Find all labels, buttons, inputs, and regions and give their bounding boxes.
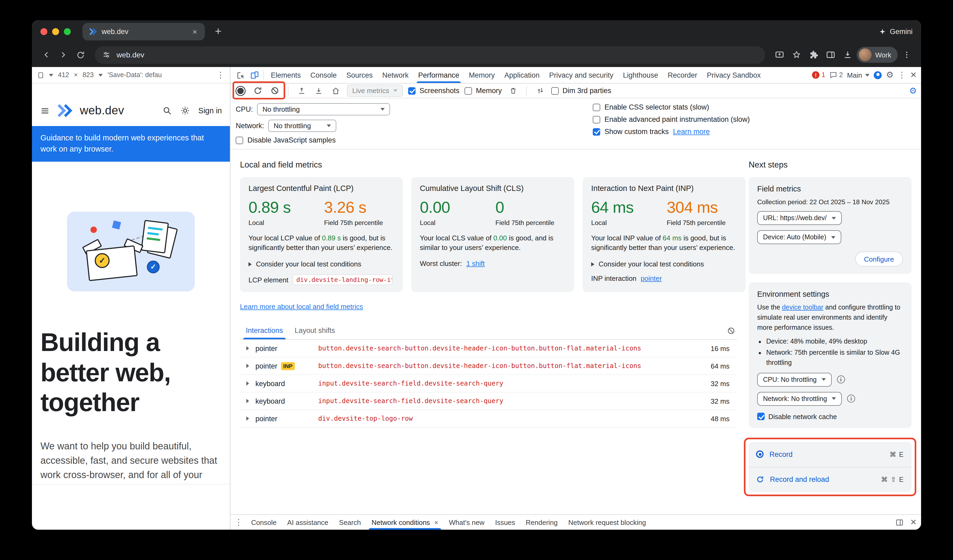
tab-console[interactable]: Console xyxy=(306,67,341,83)
tab-privacy-sandbox[interactable]: Privacy Sandbox xyxy=(702,67,766,83)
maximize-window-button[interactable] xyxy=(64,28,71,35)
record-button[interactable] xyxy=(235,85,246,96)
bookmark-star-icon[interactable] xyxy=(788,47,804,63)
devtools-settings-gear-icon[interactable]: ⚙ xyxy=(886,71,894,79)
extensions-icon[interactable] xyxy=(806,47,821,63)
screenshots-checkbox[interactable] xyxy=(408,87,416,94)
new-tab-button[interactable]: + xyxy=(211,25,225,38)
show-custom-tracks-option[interactable]: Show custom tracks Learn more xyxy=(593,128,916,136)
context-selector[interactable]: Main xyxy=(847,71,869,79)
network-throttling-select[interactable]: No throttling xyxy=(269,120,337,132)
close-devtools-icon[interactable]: ✕ xyxy=(910,70,917,80)
interaction-selector-link[interactable]: button.devsite-search-button.devsite-hea… xyxy=(318,362,641,370)
hamburger-menu-icon[interactable] xyxy=(40,105,50,116)
view-select[interactable]: Live metrics xyxy=(347,85,403,97)
dock-side-icon[interactable] xyxy=(896,518,904,526)
css-selector-stats-option[interactable]: Enable CSS selector stats (slow) xyxy=(593,103,916,111)
device-toolbar-kebab-icon[interactable]: ⋮ xyxy=(217,70,225,80)
tab-privacy-and-security[interactable]: Privacy and security xyxy=(544,67,618,83)
error-badge[interactable]: ! 1 xyxy=(812,71,825,79)
field-metrics-learn-more-link[interactable]: Learn more about local and field metrics xyxy=(240,303,363,311)
side-panel-icon[interactable] xyxy=(823,47,838,63)
sort-arrows-icon[interactable] xyxy=(534,85,546,96)
field-device-select[interactable]: Device: Auto (Mobile) xyxy=(757,230,841,244)
tab-memory[interactable]: Memory xyxy=(464,67,500,83)
tab-elements[interactable]: Elements xyxy=(266,67,306,83)
network-info-icon[interactable]: i xyxy=(847,394,855,402)
browser-tab[interactable]: web.dev × xyxy=(82,23,205,40)
live-metrics-home-icon[interactable] xyxy=(330,85,341,96)
device-toolbar-toggle-icon[interactable] xyxy=(247,68,261,82)
save-profile-icon[interactable] xyxy=(313,85,324,96)
disable-js-samples-checkbox[interactable] xyxy=(236,136,243,144)
forward-button[interactable] xyxy=(55,47,71,63)
inp-interaction-link[interactable]: pointer xyxy=(641,274,662,282)
show-custom-tracks-checkbox[interactable] xyxy=(593,128,600,135)
gemini-button[interactable]: Gemini xyxy=(879,27,913,36)
disable-js-samples-option[interactable]: Disable JavaScript samples xyxy=(236,136,593,144)
save-data-chip[interactable]: 'Save-Data': defau xyxy=(107,71,162,79)
screenshots-option[interactable]: Screenshots xyxy=(408,87,459,95)
search-icon[interactable] xyxy=(162,106,172,115)
expand-chevron-icon[interactable] xyxy=(246,346,249,350)
capture-settings-gear-icon[interactable]: ⚙ xyxy=(909,87,917,95)
devtools-menu-kebab-icon[interactable]: ⋮ xyxy=(898,70,906,80)
downloads-icon[interactable] xyxy=(840,47,856,63)
inp-test-conditions-expander[interactable]: Consider your local test conditions xyxy=(591,260,737,268)
tab-interactions[interactable]: Interactions xyxy=(240,322,289,339)
site-logo-text[interactable]: web.dev xyxy=(80,104,124,118)
load-profile-icon[interactable] xyxy=(296,85,307,96)
lcp-element-link[interactable]: div.devsite-landing-row-ite… xyxy=(293,274,393,285)
drawer-menu-kebab-icon[interactable]: ⋮ xyxy=(235,517,243,527)
interaction-selector-link[interactable]: input.devsite-search-field.devsite-searc… xyxy=(318,397,503,405)
close-network-conditions-icon[interactable]: × xyxy=(434,518,438,526)
close-window-button[interactable] xyxy=(40,28,47,35)
memory-checkbox[interactable] xyxy=(465,87,472,94)
device-list-icon[interactable] xyxy=(37,71,44,79)
minimize-window-button[interactable] xyxy=(52,28,59,35)
interaction-row[interactable]: pointer INP button.devsite-search-button… xyxy=(240,357,737,375)
drawer-tab-network-conditions[interactable]: Network conditions × xyxy=(366,515,444,530)
disable-network-cache-checkbox[interactable] xyxy=(757,413,765,420)
address-bar[interactable]: web.dev xyxy=(95,46,765,63)
drawer-tab-network-request-blocking[interactable]: Network request blocking xyxy=(563,515,651,530)
tab-lighthouse[interactable]: Lighthouse xyxy=(618,67,663,83)
expand-chevron-icon[interactable] xyxy=(246,381,249,385)
drawer-tab-ai-assistance[interactable]: AI assistance xyxy=(282,515,334,530)
tab-recorder[interactable]: Recorder xyxy=(663,67,702,83)
interaction-row[interactable]: pointer div.devsite-top-logo-row 48 ms xyxy=(240,410,737,428)
expand-chevron-icon[interactable] xyxy=(246,364,249,368)
tab-sources[interactable]: Sources xyxy=(341,67,377,83)
dim-third-parties-checkbox[interactable] xyxy=(551,87,559,94)
disable-network-cache-option[interactable]: Disable network cache xyxy=(757,412,903,421)
inspect-element-icon[interactable] xyxy=(234,68,247,82)
paint-instrumentation-checkbox[interactable] xyxy=(593,116,600,123)
interaction-selector-link[interactable]: button.devsite-search-button.devsite-hea… xyxy=(318,345,641,352)
interaction-row[interactable]: pointer button.devsite-search-button.dev… xyxy=(240,340,737,357)
device-list-caret-icon[interactable] xyxy=(49,74,53,76)
drawer-tab-rendering[interactable]: Rendering xyxy=(520,515,563,530)
interaction-row[interactable]: keyboard input.devsite-search-field.devs… xyxy=(240,375,737,393)
drawer-tab-issues[interactable]: Issues xyxy=(490,515,520,530)
share-screen-icon[interactable] xyxy=(771,47,787,63)
cpu-info-icon[interactable]: i xyxy=(837,376,845,384)
interaction-selector-link[interactable]: input.devsite-search-field.devsite-searc… xyxy=(318,380,503,387)
env-cpu-select[interactable]: CPU: No throttling xyxy=(757,373,831,386)
site-banner[interactable]: Guidance to build modern web experiences… xyxy=(32,126,230,162)
tab-close-icon[interactable]: × xyxy=(190,26,200,36)
css-selector-stats-checkbox[interactable] xyxy=(593,104,600,111)
site-settings-icon[interactable] xyxy=(102,51,111,59)
lcp-test-conditions-expander[interactable]: Consider your local test conditions xyxy=(248,260,394,268)
profile-icon[interactable] xyxy=(874,71,882,79)
drawer-tab-console[interactable]: Console xyxy=(246,515,282,530)
profile-chip[interactable]: Work xyxy=(857,47,898,63)
cls-worst-cluster-link[interactable]: 1 shift xyxy=(466,260,484,268)
device-toolbar-link[interactable]: device toolbar xyxy=(782,304,823,311)
sign-in-button[interactable]: Sign in xyxy=(198,106,222,115)
drawer-tab-whats-new[interactable]: What's new xyxy=(444,515,490,530)
clear-button[interactable] xyxy=(269,85,281,96)
clear-interactions-icon[interactable] xyxy=(725,325,737,336)
expand-chevron-icon[interactable] xyxy=(246,399,249,403)
zoom-select-caret-icon[interactable] xyxy=(98,74,103,76)
theme-toggle-sun-icon[interactable] xyxy=(180,106,190,115)
